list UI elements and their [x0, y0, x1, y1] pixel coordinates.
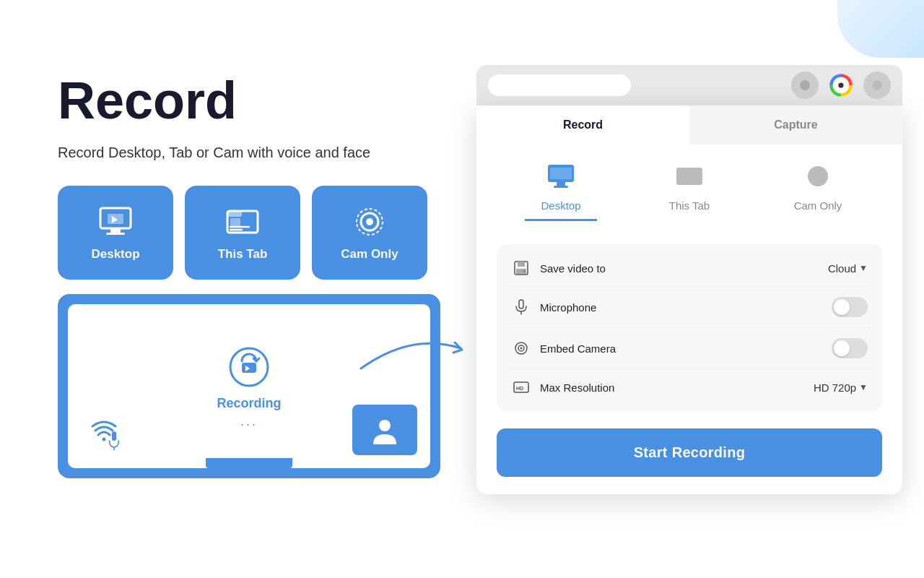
desktop-tab-icon	[546, 162, 575, 194]
browser-search-bar	[488, 74, 631, 96]
connector-arrow	[354, 318, 469, 379]
mode-button-desktop[interactable]: Desktop	[58, 186, 173, 280]
svg-point-37	[523, 270, 526, 272]
embed-camera-toggle[interactable]	[832, 338, 868, 358]
camera-icon	[511, 340, 531, 356]
left-section: Record Record Desktop, Tab or Cam with v…	[58, 72, 462, 478]
svg-point-42	[520, 348, 523, 350]
microphone-label: Microphone	[540, 301, 832, 314]
svg-rect-25	[554, 186, 568, 188]
mode-button-this-tab[interactable]: This Tab	[185, 186, 300, 280]
svg-point-21	[838, 82, 843, 87]
mode-tab-this-tab[interactable]: This Tab	[653, 162, 725, 221]
save-icon	[511, 260, 531, 276]
preview-dots: ...	[240, 414, 258, 429]
tab-record[interactable]: Record	[476, 105, 689, 144]
svg-rect-6	[230, 218, 240, 227]
mode-tab-desktop[interactable]: Desktop	[525, 162, 597, 221]
svg-rect-5	[227, 211, 242, 217]
this-tab-icon	[675, 162, 704, 194]
preview-mic-icon	[104, 431, 124, 454]
avatar-icon	[369, 414, 401, 446]
svg-rect-35	[518, 262, 525, 267]
mode-button-cam-only-label: Cam Only	[341, 247, 398, 262]
svg-rect-13	[242, 363, 256, 373]
svg-rect-38	[519, 300, 523, 309]
max-resolution-value[interactable]: HD 720p ▼	[814, 381, 868, 394]
right-section: Record Capture Desktop	[476, 65, 902, 571]
svg-rect-2	[106, 233, 125, 235]
setting-row-save-video: Save video to Cloud ▼	[508, 250, 871, 287]
browser-icon-2	[863, 72, 891, 99]
setting-row-embed-camera: Embed Camera	[508, 328, 871, 369]
cam-only-mode-icon	[352, 204, 388, 240]
preview-recording-text: Recording	[217, 396, 281, 411]
svg-point-17	[379, 420, 391, 431]
svg-point-22	[872, 80, 882, 90]
start-recording-button[interactable]: Start Recording	[497, 428, 882, 477]
mode-button-this-tab-label: This Tab	[218, 247, 268, 262]
mode-button-cam-only[interactable]: Cam Only	[312, 186, 427, 280]
setting-row-max-resolution: HD Max Resolution HD 720p ▼	[508, 369, 871, 405]
save-video-label: Save video to	[540, 262, 828, 275]
svg-rect-26	[550, 168, 572, 179]
desktop-mode-icon	[97, 204, 134, 240]
tab-bar: Record Capture	[476, 105, 902, 144]
mode-tab-desktop-label: Desktop	[541, 199, 580, 212]
svg-rect-15	[112, 431, 116, 441]
max-resolution-dropdown-arrow: ▼	[859, 382, 868, 392]
mic-icon	[511, 299, 531, 315]
browser-icon-1	[791, 72, 819, 99]
svg-point-18	[800, 80, 810, 90]
svg-rect-28	[676, 168, 688, 173]
svg-rect-1	[110, 228, 121, 233]
tab-capture[interactable]: Capture	[689, 105, 902, 144]
svg-rect-29	[679, 175, 688, 182]
microphone-toggle[interactable]	[832, 297, 868, 317]
app-icon	[827, 72, 855, 99]
svg-text:HD: HD	[516, 386, 523, 391]
top-decoration	[837, 0, 924, 58]
mode-buttons-row: Desktop This Tab Cam Only	[58, 186, 462, 280]
settings-card: Save video to Cloud ▼ M	[497, 244, 882, 411]
this-tab-mode-icon	[225, 204, 261, 240]
preview-avatar	[352, 405, 417, 455]
max-resolution-label: Max Resolution	[540, 381, 814, 394]
page-subtitle: Record Desktop, Tab or Cam with voice an…	[58, 142, 462, 163]
page-title: Record	[58, 72, 462, 129]
popup-panel: Record Capture Desktop	[476, 105, 902, 494]
browser-bar	[476, 65, 902, 105]
svg-point-33	[816, 174, 820, 178]
cam-only-tab-icon	[803, 162, 832, 194]
mode-button-desktop-label: Desktop	[91, 247, 139, 262]
panel-body: Desktop This Tab	[476, 144, 902, 494]
mode-tab-this-tab-label: This Tab	[669, 199, 710, 212]
save-video-dropdown-arrow: ▼	[859, 263, 868, 273]
preview-record-icon	[226, 344, 272, 390]
save-video-value[interactable]: Cloud ▼	[828, 262, 868, 275]
svg-point-10	[366, 218, 373, 225]
preview-record-svg	[226, 344, 272, 390]
mode-tabs: Desktop This Tab	[497, 162, 882, 227]
svg-rect-24	[557, 182, 565, 186]
embed-camera-label: Embed Camera	[540, 342, 832, 355]
hd-icon: HD	[511, 379, 531, 395]
setting-row-microphone: Microphone	[508, 287, 871, 328]
mode-tab-cam-only[interactable]: Cam Only	[782, 162, 854, 221]
mode-tab-cam-only-label: Cam Only	[794, 199, 842, 212]
